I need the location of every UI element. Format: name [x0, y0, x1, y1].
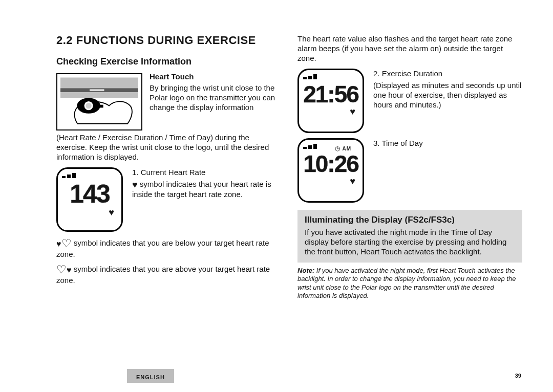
watch-time-value: 10:26 [303, 152, 358, 176]
ampm-label: AM [342, 146, 351, 151]
svg-rect-4 [78, 103, 83, 107]
heart-icon: ♥ [350, 107, 355, 116]
svg-rect-2 [90, 89, 104, 91]
item-2-sub: (Displayed as minutes and seconds up unt… [373, 80, 522, 110]
signal-bars-icon [303, 74, 358, 79]
checking-subheading: Checking Exercise Information [56, 56, 281, 67]
heart-outline-icon: ♡ [56, 264, 67, 275]
item-2-row: 21:56 ♥ 2. Exercise Duration (Displayed … [297, 69, 522, 133]
item-1-label: 1. Current Heart Rate [132, 167, 281, 177]
page-number: 39 [515, 373, 521, 379]
language-tab: ENGLISH [127, 369, 174, 383]
watch-hr-value: 143 [62, 181, 117, 207]
heart-solid-icon: ♥ [132, 180, 138, 189]
note-label: Note: [297, 267, 314, 274]
section-heading: 2.2 FUNCTIONS DURING EXERCISE [56, 34, 281, 47]
watch-heart-rate: 143 ♥ [56, 167, 123, 232]
item-1-sub: ♥ symbol indicates that your heart rate … [132, 179, 281, 199]
illuminating-box: Illuminating the Display (FS2c/FS3c) If … [297, 210, 522, 263]
heart-icon: ♥ [350, 177, 355, 186]
watch-time: ◷ AM 10:26 ♥ [297, 138, 364, 203]
heart-small-solid-icon: ♥ [67, 266, 72, 274]
item-1-row: 143 ♥ 1. Current Heart Rate ♥ symbol ind… [56, 167, 281, 232]
left-column: 2.2 FUNCTIONS DURING EXERCISE Checking E… [56, 31, 281, 358]
svg-rect-5 [98, 105, 103, 108]
heart-small-solid-icon: ♥ [56, 240, 61, 248]
watch-duration: 21:56 ♥ [297, 69, 364, 133]
top-paragraph: The heart rate value also flashes and th… [297, 34, 522, 63]
illuminating-heading: Illuminating the Display (FS2c/FS3c) [305, 215, 515, 225]
signal-bars-icon [62, 173, 117, 178]
note-text: Note: If you have activated the night mo… [297, 267, 522, 300]
heart-icon: ♥ [109, 208, 114, 217]
above-zone-text: ♡♥ symbol indicates that you are above y… [56, 264, 281, 285]
two-column-layout: 2.2 FUNCTIONS DURING EXERCISE Checking E… [56, 31, 522, 358]
page-footer: ENGLISH 39 [0, 365, 553, 383]
item-3-row: ◷ AM 10:26 ♥ 3. Time of Day [297, 138, 522, 203]
svg-rect-0 [60, 78, 138, 98]
heart-outline-icon: ♡ [61, 238, 72, 249]
item-3-label: 3. Time of Day [373, 138, 522, 148]
item-2-label: 2. Exercise Duration [373, 69, 522, 78]
heart-touch-text-b: (Heart Rate / Exercise Duration / Time o… [56, 133, 281, 162]
heart-touch-figure [56, 73, 142, 130]
heart-touch-illustration [60, 77, 138, 126]
below-zone-text: ♥♡ symbol indicates that you are below y… [56, 238, 281, 259]
right-column: The heart rate value also flashes and th… [297, 31, 522, 358]
svg-point-7 [86, 103, 91, 108]
watch-duration-value: 21:56 [303, 82, 358, 106]
illuminating-body: If you have activated the night mode in … [305, 227, 515, 257]
manual-page: 2.2 FUNCTIONS DURING EXERCISE Checking E… [0, 0, 553, 392]
clock-icon: ◷ [335, 145, 340, 152]
